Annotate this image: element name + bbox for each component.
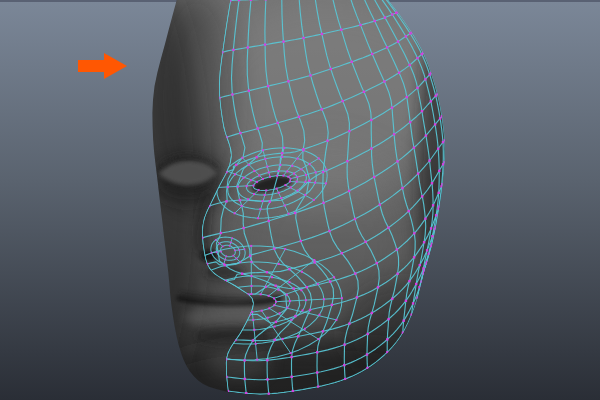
mesh-vertex[interactable] — [415, 283, 417, 285]
mesh-vertex[interactable] — [405, 35, 407, 37]
mesh-vertex[interactable] — [261, 310, 263, 312]
mesh-vertex[interactable] — [248, 164, 250, 166]
mesh-vertex[interactable] — [273, 304, 275, 306]
mesh-vertex[interactable] — [234, 173, 236, 175]
mesh-vertex[interactable] — [265, 0, 267, 1]
mesh-vertex[interactable] — [370, 119, 372, 121]
mesh-vertex[interactable] — [286, 294, 288, 296]
mesh-vertex[interactable] — [274, 339, 276, 341]
mesh-vertex[interactable] — [384, 16, 386, 18]
mesh-vertex[interactable] — [287, 80, 289, 82]
mesh-vertex[interactable] — [416, 87, 418, 89]
mesh-vertex[interactable] — [419, 264, 421, 266]
mesh-vertex[interactable] — [333, 276, 335, 278]
mesh-vertex[interactable] — [421, 110, 423, 112]
mesh-vertex[interactable] — [346, 160, 348, 162]
mesh-vertex[interactable] — [425, 134, 427, 136]
mesh-vertex[interactable] — [258, 175, 260, 177]
mesh-vertex[interactable] — [231, 237, 233, 239]
mesh-vertex[interactable] — [405, 300, 407, 302]
mesh-vertex[interactable] — [432, 204, 434, 206]
mesh-vertex[interactable] — [239, 249, 241, 251]
mesh-vertex[interactable] — [250, 293, 252, 295]
mesh-vertex[interactable] — [371, 53, 373, 55]
mesh-vertex[interactable] — [289, 281, 291, 283]
mesh-vertex[interactable] — [269, 176, 271, 178]
mesh-vertex[interactable] — [247, 198, 249, 200]
mesh-vertex[interactable] — [269, 200, 271, 202]
mesh-vertex[interactable] — [276, 188, 278, 190]
mesh-vertex[interactable] — [247, 46, 249, 48]
mesh-vertex[interactable] — [248, 90, 250, 92]
mesh-vertex[interactable] — [244, 378, 246, 380]
mesh-vertex[interactable] — [290, 186, 292, 188]
mesh-vertex[interactable] — [438, 192, 440, 194]
mesh-vertex[interactable] — [279, 164, 281, 166]
mesh-vertex[interactable] — [265, 286, 267, 288]
mesh-vertex[interactable] — [222, 246, 224, 248]
mesh-vertex[interactable] — [387, 318, 389, 320]
mesh-vertex[interactable] — [241, 205, 243, 207]
mesh-vertex[interactable] — [331, 304, 333, 306]
mesh-vertex[interactable] — [343, 343, 345, 345]
mesh-vertex[interactable] — [314, 261, 316, 263]
mesh-vertex[interactable] — [264, 158, 266, 160]
mesh-vertex[interactable] — [284, 184, 286, 186]
mesh-vertex[interactable] — [250, 245, 252, 247]
mesh-vertex[interactable] — [220, 232, 222, 234]
mesh-vertex[interactable] — [250, 261, 252, 263]
mesh-vertex[interactable] — [322, 330, 324, 332]
mesh-vertex[interactable] — [304, 181, 306, 183]
mesh-vertex[interactable] — [434, 123, 436, 125]
mesh-vertex[interactable] — [240, 261, 242, 263]
mesh-vertex[interactable] — [271, 276, 273, 278]
mesh-vertex[interactable] — [408, 280, 410, 282]
mesh-vertex[interactable] — [297, 335, 299, 337]
mesh-vertex[interactable] — [313, 259, 315, 261]
mesh-vertex[interactable] — [282, 175, 284, 177]
mesh-vertex[interactable] — [216, 251, 218, 253]
mesh-vertex[interactable] — [341, 252, 343, 254]
mesh-vertex[interactable] — [328, 230, 330, 232]
mesh-vertex[interactable] — [289, 181, 291, 183]
mesh-vertex[interactable] — [234, 212, 236, 214]
mesh-vertex[interactable] — [313, 199, 315, 201]
mesh-vertex[interactable] — [304, 328, 306, 330]
mesh-vertex[interactable] — [423, 241, 425, 243]
mesh-vertex[interactable] — [391, 13, 393, 15]
mesh-vertex[interactable] — [308, 180, 310, 182]
mesh-vertex[interactable] — [284, 248, 286, 250]
mesh-vertex[interactable] — [277, 289, 279, 291]
mesh-vertex[interactable] — [244, 249, 246, 251]
mesh-vertex[interactable] — [224, 264, 226, 266]
mesh-vertex[interactable] — [266, 378, 268, 380]
mesh-vertex[interactable] — [255, 343, 257, 345]
mesh-vertex[interactable] — [391, 298, 393, 300]
mesh-vertex[interactable] — [386, 338, 388, 340]
mesh-vertex[interactable] — [343, 364, 345, 366]
mesh-vertex[interactable] — [291, 319, 293, 321]
mesh-vertex[interactable] — [413, 232, 415, 234]
mesh-vertex[interactable] — [354, 272, 356, 274]
mesh-vertex[interactable] — [309, 163, 311, 165]
mesh-vertex[interactable] — [431, 182, 433, 184]
mesh-vertex[interactable] — [235, 164, 237, 166]
mesh-vertex[interactable] — [348, 130, 350, 132]
mesh-vertex[interactable] — [283, 147, 285, 149]
mesh-vertex[interactable] — [297, 158, 299, 160]
mesh-vertex[interactable] — [239, 132, 241, 134]
mesh-vertex[interactable] — [226, 255, 228, 257]
mesh-vertex[interactable] — [300, 240, 302, 242]
mesh-vertex[interactable] — [322, 202, 324, 204]
mesh-vertex[interactable] — [323, 298, 325, 300]
mesh-vertex[interactable] — [264, 43, 266, 45]
mesh-vertex[interactable] — [273, 248, 275, 250]
mesh-vertex[interactable] — [317, 338, 319, 340]
mesh-vertex[interactable] — [329, 280, 331, 282]
mesh-vertex[interactable] — [267, 85, 269, 87]
mesh-vertex[interactable] — [391, 107, 393, 109]
mesh-vertex[interactable] — [243, 359, 245, 361]
mesh-vertex[interactable] — [227, 186, 229, 188]
mesh-vertex[interactable] — [296, 176, 298, 178]
mesh-vertex[interactable] — [437, 148, 439, 150]
